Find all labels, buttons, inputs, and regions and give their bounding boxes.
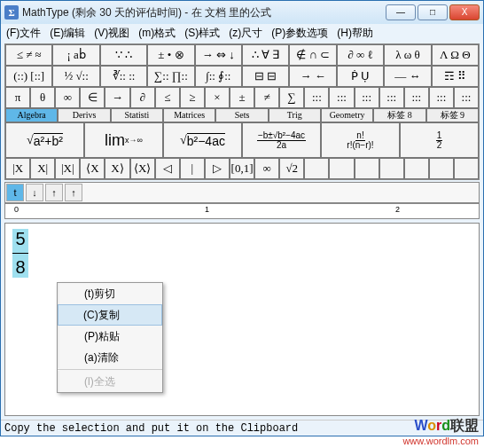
- sym-r2-2[interactable]: ∛:: ::: [100, 66, 147, 87]
- sym-r1-4[interactable]: → ⇔ ↓: [195, 44, 242, 66]
- sym-r4-3[interactable]: ⟨X: [80, 158, 105, 179]
- sym-r3-2[interactable]: ∞: [55, 87, 80, 108]
- sym-r4-9[interactable]: [0,1]: [230, 158, 254, 179]
- sym-r4-8[interactable]: ▷: [205, 158, 230, 179]
- sym-r4-11[interactable]: √2: [279, 158, 304, 179]
- minimize-button[interactable]: —: [386, 4, 416, 20]
- sym-r4-4[interactable]: X⟩: [105, 158, 129, 179]
- tpl-discriminant[interactable]: √b²−4ac: [163, 122, 242, 158]
- sym-r4-1[interactable]: X|: [30, 158, 55, 179]
- sym-r3-16[interactable]: :::: [404, 87, 429, 108]
- tab-geometry[interactable]: Geometry: [321, 108, 373, 122]
- sym-r3-10[interactable]: ≠: [254, 87, 279, 108]
- sym-r2-4[interactable]: ∫:: ∮::: [195, 66, 242, 87]
- sym-r2-8[interactable]: — ↔: [384, 66, 431, 87]
- menu-view[interactable]: (V)视图: [94, 26, 129, 41]
- sym-r3-12[interactable]: :::: [304, 87, 329, 108]
- sym-r1-6[interactable]: ∉ ∩ ⊂: [289, 44, 336, 66]
- sym-r4-13[interactable]: [329, 158, 354, 179]
- sym-r4-10[interactable]: ∞: [254, 158, 279, 179]
- ruler[interactable]: 012: [4, 203, 480, 219]
- window-title: MathType (剩余 30 天的评估时间) - 在 文档 里的公式: [22, 5, 386, 20]
- tab-statisti[interactable]: Statisti: [111, 108, 163, 122]
- menu-file[interactable]: (F)文件: [6, 26, 41, 41]
- sym-r2-1[interactable]: ½ √::: [52, 66, 99, 87]
- sym-r3-6[interactable]: ≤: [155, 87, 180, 108]
- tpl-binomial[interactable]: n!r!(n−r)!: [321, 122, 400, 158]
- sym-r3-4[interactable]: →: [105, 87, 129, 108]
- sym-r3-7[interactable]: ≥: [180, 87, 205, 108]
- menu-style[interactable]: (S)样式: [184, 26, 220, 41]
- tab-matrices[interactable]: Matrices: [163, 108, 215, 122]
- sym-r4-6[interactable]: ◁: [155, 158, 180, 179]
- sym-r4-18[interactable]: [454, 158, 479, 179]
- symbol-palette: ≤ ≠ ≈¡ aḃ∵ ∴± • ⊗→ ⇔ ↓∴ ∀ ∃∉ ∩ ⊂∂ ∞ ℓλ ω…: [4, 43, 480, 180]
- sym-r3-5[interactable]: ∂: [130, 87, 155, 108]
- sym-r3-3[interactable]: ∈: [80, 87, 105, 108]
- ctx-paste[interactable]: (P)粘贴: [58, 326, 162, 347]
- sym-r2-0[interactable]: (::) [::]: [5, 66, 52, 87]
- sym-r4-5[interactable]: ⟨X⟩: [130, 158, 155, 179]
- tpl-half[interactable]: 12: [400, 122, 479, 158]
- watermark: Word联盟 www.wordlm.com: [402, 417, 479, 446]
- sym-r4-16[interactable]: [404, 158, 429, 179]
- menu-help[interactable]: (H)帮助: [337, 26, 373, 41]
- menu-size[interactable]: (z)尺寸: [229, 26, 262, 41]
- equation-canvas[interactable]: 5 8 (t)剪切 (C)复制 (P)粘贴 (a)清除 (l)全选: [4, 223, 480, 416]
- sym-r4-17[interactable]: [429, 158, 454, 179]
- fraction-denominator: 8: [12, 257, 27, 278]
- sym-r2-5[interactable]: ⊟ ⊟: [242, 66, 289, 87]
- sym-r3-0[interactable]: π: [5, 87, 30, 108]
- ctx-clear[interactable]: (a)清除: [58, 347, 162, 368]
- sym-r4-14[interactable]: [355, 158, 379, 179]
- tab-trig[interactable]: Trig: [269, 108, 321, 122]
- sym-r3-9[interactable]: ±: [230, 87, 254, 108]
- sym-r1-9[interactable]: Λ Ω Θ: [432, 44, 479, 66]
- tpl-quadratic[interactable]: −b±√b²−4ac2a: [242, 122, 321, 158]
- sym-r2-6[interactable]: → ←: [289, 66, 336, 87]
- sym-r1-1[interactable]: ¡ aḃ: [52, 44, 99, 66]
- menu-edit[interactable]: (E)编辑: [50, 26, 85, 41]
- ctx-copy[interactable]: (C)复制: [58, 304, 162, 326]
- sym-r2-3[interactable]: ∑:: ∏::: [147, 66, 194, 87]
- sym-r2-9[interactable]: ☶ ⠿: [432, 66, 479, 87]
- tab-标签 8[interactable]: 标签 8: [373, 108, 425, 122]
- sym-r1-2[interactable]: ∵ ∴: [100, 44, 147, 66]
- sym-r3-1[interactable]: θ: [30, 87, 55, 108]
- sym-r3-18[interactable]: :::: [454, 87, 479, 108]
- menu-prefs[interactable]: (P)参数选项: [271, 26, 328, 41]
- sym-r3-17[interactable]: :::: [429, 87, 454, 108]
- tab-algebra[interactable]: Algebra: [5, 108, 58, 122]
- sym-r4-0[interactable]: |X: [5, 158, 30, 179]
- align-up1-button[interactable]: ↑: [45, 184, 63, 201]
- sym-r4-12[interactable]: [304, 158, 329, 179]
- tab-标签 9[interactable]: 标签 9: [426, 108, 479, 122]
- sym-r4-7[interactable]: |: [180, 158, 205, 179]
- sym-r1-7[interactable]: ∂ ∞ ℓ: [337, 44, 384, 66]
- maximize-button[interactable]: □: [418, 4, 448, 20]
- context-menu: (t)剪切 (C)复制 (P)粘贴 (a)清除 (l)全选: [57, 282, 163, 393]
- menu-format[interactable]: (m)格式: [138, 26, 176, 41]
- ctx-cut[interactable]: (t)剪切: [58, 283, 162, 304]
- sym-r1-0[interactable]: ≤ ≠ ≈: [5, 44, 52, 66]
- sym-r2-7[interactable]: Ṗ Ụ: [337, 66, 384, 87]
- tpl-pythag[interactable]: √a²+b²: [5, 122, 84, 158]
- tab-derivs[interactable]: Derivs: [58, 108, 110, 122]
- sym-r3-8[interactable]: ×: [205, 87, 230, 108]
- align-down-button[interactable]: ↓: [26, 184, 43, 201]
- align-up2-button[interactable]: ↑: [65, 184, 82, 201]
- sym-r3-11[interactable]: ∑: [279, 87, 304, 108]
- sym-r4-2[interactable]: |X|: [55, 158, 80, 179]
- sym-r1-3[interactable]: ± • ⊗: [147, 44, 194, 66]
- sym-r1-8[interactable]: λ ω θ: [384, 44, 431, 66]
- close-button[interactable]: X: [449, 4, 480, 20]
- sym-r3-14[interactable]: :::: [355, 87, 379, 108]
- selected-fraction[interactable]: 5 8: [12, 229, 28, 278]
- sym-r1-5[interactable]: ∴ ∀ ∃: [242, 44, 289, 66]
- sym-r3-15[interactable]: :::: [379, 87, 404, 108]
- tab-marker-button[interactable]: t: [6, 184, 24, 201]
- sym-r3-13[interactable]: :::: [329, 87, 354, 108]
- tab-sets[interactable]: Sets: [215, 108, 268, 122]
- tpl-limit[interactable]: limx→∞: [84, 122, 163, 158]
- sym-r4-15[interactable]: [379, 158, 404, 179]
